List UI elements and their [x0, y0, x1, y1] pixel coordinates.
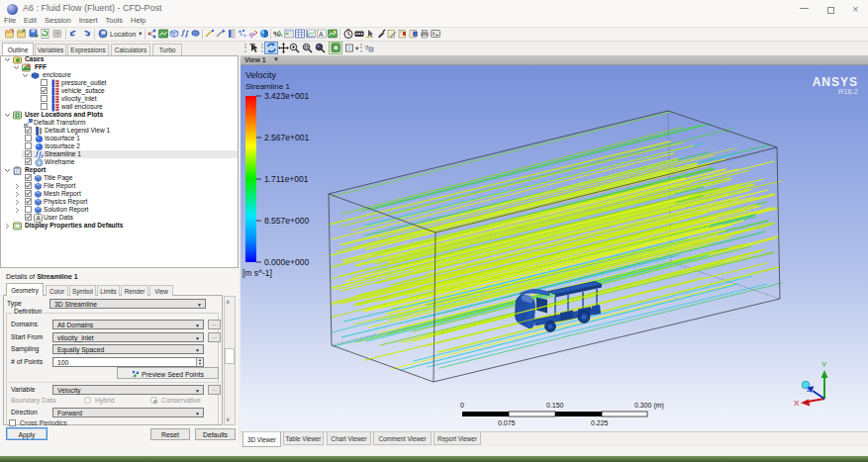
svg-text:Y: Y: [821, 360, 827, 369]
svg-text:Streamline 1: Streamline 1: [245, 82, 290, 91]
svg-text:3.423e+001: 3.423e+001: [264, 91, 309, 101]
svg-text:0.075: 0.075: [498, 419, 516, 426]
svg-text:Velocity: Velocity: [245, 70, 277, 80]
svg-text:0.000e+000: 0.000e+000: [264, 257, 309, 267]
svg-text:R16.2: R16.2: [838, 87, 858, 96]
svg-text:2.567e+001: 2.567e+001: [264, 133, 309, 142]
svg-text:1.711e+001: 1.711e+001: [264, 174, 309, 184]
svg-text:Z: Z: [807, 386, 812, 393]
svg-text:0: 0: [460, 402, 464, 409]
svg-text:[m s^-1]: [m s^-1]: [242, 268, 272, 278]
svg-text:φ: φ: [249, 29, 254, 39]
svg-text:0.150: 0.150: [546, 402, 564, 409]
svg-text:?: ?: [364, 44, 369, 52]
svg-text:A: A: [319, 31, 324, 38]
svg-text:0.225: 0.225: [591, 419, 609, 426]
svg-text:X: X: [794, 399, 800, 408]
svg-text:0.300 (m): 0.300 (m): [634, 402, 664, 410]
svg-text:A: A: [36, 215, 41, 222]
svg-text:8.557e+000: 8.557e+000: [264, 216, 309, 226]
